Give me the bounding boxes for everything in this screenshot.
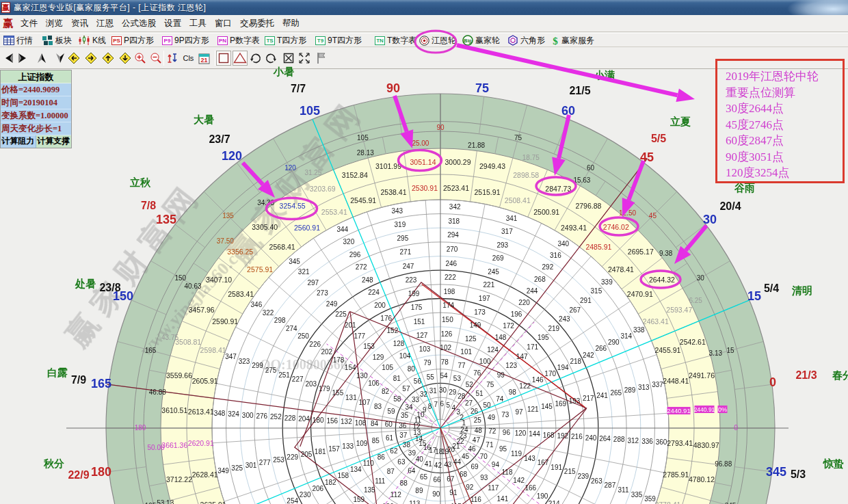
svg-text:202: 202 [321, 348, 332, 356]
svg-text:43.75: 43.75 [161, 334, 178, 341]
svg-text:60: 60 [385, 421, 393, 428]
svg-text:2538.41: 2538.41 [381, 188, 407, 196]
svg-text:159: 159 [353, 496, 365, 503]
svg-text:317: 317 [501, 228, 513, 235]
toolbar-gann-wheel-highlight-ellipse [415, 31, 456, 53]
svg-text:337: 337 [652, 381, 663, 388]
svg-text:105: 105 [300, 104, 320, 118]
svg-text:288: 288 [613, 436, 625, 443]
svg-text:0: 0 [769, 375, 776, 389]
svg-text:158: 158 [337, 472, 349, 479]
svg-text:46.88: 46.88 [149, 388, 166, 396]
svg-text:80: 80 [408, 365, 416, 373]
svg-text:春分: 春分 [832, 369, 848, 381]
svg-text:167: 167 [538, 459, 549, 466]
svg-text:240: 240 [585, 434, 597, 442]
annotation-line: 120度3254点 [726, 165, 843, 181]
svg-text:271: 271 [400, 248, 412, 256]
svg-text:180: 180 [91, 465, 111, 479]
svg-text:90: 90 [432, 490, 440, 498]
svg-text:40: 40 [416, 455, 424, 463]
panel-title: 上证指数 [1, 70, 71, 83]
svg-text:54: 54 [440, 372, 448, 380]
svg-text:144: 144 [529, 430, 540, 438]
svg-text:214: 214 [548, 500, 560, 504]
svg-text:319: 319 [395, 221, 406, 228]
svg-text:21/3: 21/3 [795, 369, 817, 381]
annotation-box: 2019年江恩轮中轮 重要点位测算 30度2644点 45度2746点 60度2… [715, 59, 845, 183]
svg-text:96: 96 [503, 429, 511, 436]
svg-text:215: 215 [564, 468, 576, 475]
svg-text:274: 274 [286, 325, 297, 332]
svg-text:313: 313 [638, 384, 650, 391]
svg-text:3203.69: 3203.69 [310, 185, 336, 193]
svg-text:15: 15 [726, 347, 734, 354]
svg-text:2493.41: 2493.41 [561, 224, 587, 232]
svg-text:287: 287 [605, 481, 616, 489]
svg-text:4: 4 [452, 404, 456, 412]
svg-text:105: 105 [382, 364, 393, 371]
svg-text:292: 292 [542, 263, 554, 271]
svg-text:124: 124 [487, 346, 499, 354]
svg-text:148: 148 [495, 334, 507, 341]
svg-text:48: 48 [475, 427, 483, 434]
svg-text:3712.22: 3712.22 [166, 475, 192, 483]
svg-text:241: 241 [596, 392, 608, 399]
svg-text:296: 296 [349, 251, 361, 258]
calc-resistance-button[interactable]: 计算阻力 [1, 135, 36, 148]
svg-text:200: 200 [374, 302, 386, 309]
svg-text:229: 229 [287, 453, 298, 461]
svg-text:78: 78 [441, 358, 449, 366]
svg-text:174: 174 [442, 302, 454, 309]
svg-text:224: 224 [368, 289, 380, 296]
svg-text:320: 320 [343, 238, 355, 246]
svg-text:217: 217 [583, 395, 594, 402]
step-row: 周天变化步长=1 [1, 122, 71, 135]
svg-text:336: 336 [641, 438, 653, 445]
svg-text:322: 322 [263, 309, 274, 317]
svg-text:103: 103 [419, 345, 431, 353]
svg-text:301: 301 [246, 462, 257, 469]
svg-text:152: 152 [387, 327, 399, 334]
svg-text:135: 135 [364, 486, 375, 494]
svg-text:28: 28 [458, 393, 466, 400]
svg-text:2455.91: 2455.91 [654, 346, 680, 354]
svg-text:204: 204 [298, 415, 310, 423]
svg-text:2628.41: 2628.41 [192, 470, 218, 479]
svg-text:155: 155 [332, 389, 344, 397]
svg-text:133: 133 [342, 442, 354, 450]
svg-text:立秋: 立秋 [129, 176, 151, 188]
svg-text:344: 344 [336, 226, 348, 233]
svg-text:254: 254 [287, 497, 298, 504]
svg-text:93: 93 [480, 474, 488, 481]
svg-text:339: 339 [601, 278, 613, 286]
svg-text:193: 193 [569, 397, 581, 405]
svg-text:181: 181 [315, 448, 326, 455]
svg-text:345: 345 [289, 258, 300, 265]
svg-text:349: 349 [217, 467, 229, 475]
svg-text:360: 360 [656, 438, 667, 446]
svg-text:223: 223 [406, 276, 417, 284]
svg-text:195: 195 [538, 334, 549, 341]
svg-text:245: 245 [488, 268, 499, 276]
svg-text:92: 92 [466, 483, 474, 491]
svg-text:170: 170 [544, 370, 556, 377]
svg-text:230: 230 [300, 491, 311, 499]
svg-text:314: 314 [620, 332, 632, 340]
svg-text:2560.91: 2560.91 [294, 224, 320, 232]
calc-support-button[interactable]: 计算支撑 [36, 135, 71, 148]
svg-text:72: 72 [488, 427, 496, 435]
svg-text:247: 247 [403, 263, 414, 270]
svg-text:290: 290 [608, 339, 620, 346]
svg-text:276: 276 [256, 412, 267, 420]
svg-text:264: 264 [599, 435, 611, 442]
svg-text:2796.88: 2796.88 [575, 202, 601, 210]
annotation-line: 重要点位测算 [726, 85, 843, 101]
svg-text:2485.91: 2485.91 [585, 243, 611, 251]
svg-text:87: 87 [387, 468, 395, 475]
coefficient-row: 变换系数=1.00000 [1, 109, 71, 122]
svg-text:39: 39 [408, 449, 416, 457]
svg-text:36: 36 [399, 422, 407, 429]
svg-text:143: 143 [524, 455, 535, 462]
svg-text:268: 268 [534, 276, 546, 283]
